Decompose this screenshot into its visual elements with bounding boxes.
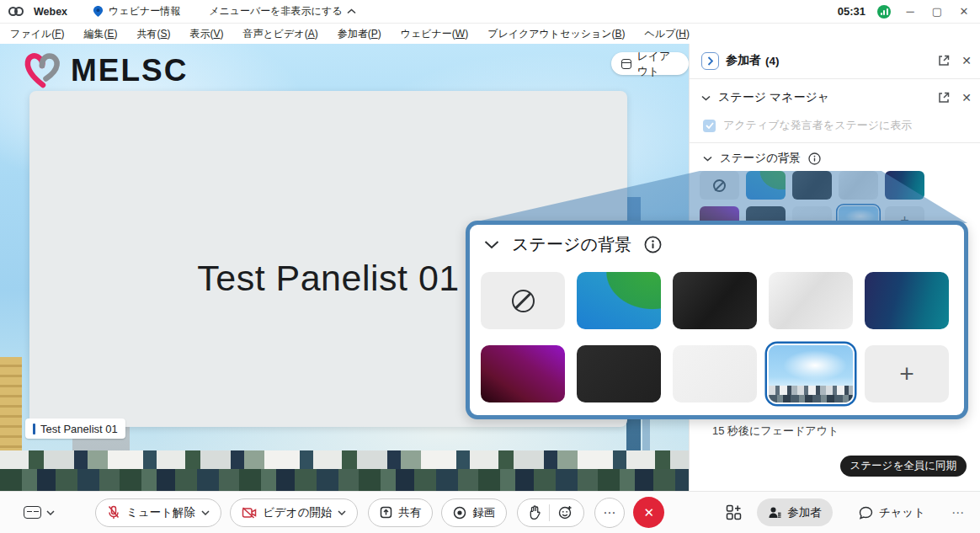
- stage-background-header: ステージの背景: [703, 150, 821, 167]
- menu-item-S[interactable]: 共有(S): [136, 27, 170, 41]
- webinar-info-button[interactable]: ウェビナー情報: [93, 4, 180, 19]
- share-screen-icon: [380, 506, 392, 519]
- speaking-indicator-bar: [33, 424, 35, 434]
- reactions-smiley-icon[interactable]: [558, 505, 573, 520]
- sync-stage-button[interactable]: ステージを全員に同期: [840, 456, 967, 477]
- background-swatch-navy-teal-gradient[interactable]: [865, 272, 949, 329]
- chevron-down-icon[interactable]: [338, 510, 346, 515]
- menu-item-F[interactable]: ファイル(F): [10, 27, 64, 41]
- melsc-heart-icon: [22, 51, 64, 91]
- active-speaker-checkbox-row[interactable]: アクティブな発言者をステージに表示: [703, 118, 912, 133]
- stage-background-popup: ステージの背景 +: [466, 221, 968, 419]
- meeting-time: 05:31: [838, 5, 865, 18]
- share-button[interactable]: 共有: [368, 498, 433, 527]
- participant-name-tag: Test Panelist 01: [25, 418, 125, 439]
- background-swatch-dark-wave[interactable]: [673, 272, 757, 329]
- city-skyline: [0, 469, 689, 491]
- background-swatch-charcoal[interactable]: [577, 345, 661, 402]
- menu-item-V[interactable]: 表示(V): [190, 27, 224, 41]
- menu-item-P[interactable]: 参加者(P): [338, 27, 381, 41]
- participants-icon: [768, 506, 781, 520]
- background-swatch-magenta-purple-gradient[interactable]: [481, 345, 565, 402]
- more-options-button[interactable]: ⋯: [594, 498, 625, 528]
- menu-item-E[interactable]: 編集(E): [83, 27, 117, 41]
- end-meeting-button[interactable]: ✕: [633, 497, 664, 528]
- popup-title: ステージの背景: [512, 233, 631, 256]
- chevron-right-icon: [707, 56, 713, 66]
- brand-logo: MELSC: [22, 51, 189, 91]
- camera-off-icon: [242, 507, 257, 519]
- start-video-button[interactable]: ビデオの開始: [230, 498, 358, 527]
- info-pin-icon: [93, 5, 104, 18]
- webex-logo-icon: [8, 7, 24, 16]
- prohibit-icon: [512, 290, 535, 312]
- plus-icon: +: [899, 361, 914, 386]
- divider: [549, 504, 550, 521]
- participants-panel-header: 参加者 (4) ✕: [701, 51, 972, 71]
- stage-background-title: ステージの背景: [720, 151, 801, 166]
- app-name: Webex: [34, 6, 67, 18]
- stage-manager-title: ステージ マネージャ: [718, 90, 829, 105]
- control-toolbar: ミュート解除 ビデオの開始 共有 録画 ⋯ ✕ 参加者 チャット ⋯: [0, 491, 980, 533]
- chevron-up-icon: [347, 8, 356, 14]
- hide-menubar-button[interactable]: メニューバーを非表示にする: [209, 4, 356, 19]
- background-swatch-silver-wave[interactable]: [769, 272, 853, 329]
- chevron-down-icon[interactable]: [701, 95, 711, 101]
- background-swatch-none[interactable]: [481, 272, 565, 329]
- chevron-down-icon[interactable]: [484, 240, 499, 249]
- unmute-button[interactable]: ミュート解除: [95, 498, 221, 527]
- brand-name: MELSC: [71, 53, 189, 88]
- collapse-panel-button[interactable]: [701, 52, 719, 70]
- active-speaker-label: アクティブな発言者をステージに表示: [723, 118, 912, 133]
- menu-item-B[interactable]: ブレイクアウトセッション(B): [487, 27, 625, 41]
- participants-count: (4): [765, 55, 780, 67]
- mic-muted-icon: [107, 505, 120, 520]
- record-icon: [453, 506, 466, 520]
- info-icon[interactable]: [644, 236, 662, 253]
- layout-grid-icon: [621, 59, 631, 69]
- menu-item-H[interactable]: ヘルプ(H): [645, 27, 690, 41]
- chat-bubble-icon: [859, 506, 873, 520]
- fade-out-note: 15 秒後にフェードアウト: [712, 424, 839, 439]
- reactions-button[interactable]: [517, 498, 584, 527]
- participants-title: 参加者: [726, 53, 761, 68]
- menu-item-A[interactable]: 音声とビデオ(A): [243, 27, 318, 41]
- participants-button[interactable]: 参加者: [757, 498, 833, 526]
- chevron-down-icon[interactable]: [703, 156, 712, 162]
- minimize-button[interactable]: ─: [903, 5, 918, 18]
- background-swatch-add[interactable]: +: [865, 345, 949, 402]
- connection-quality-icon[interactable]: [877, 5, 891, 19]
- close-panel-icon[interactable]: ✕: [961, 54, 972, 67]
- more-panels-button[interactable]: ⋯: [951, 505, 965, 520]
- chevron-down-icon[interactable]: [46, 510, 55, 515]
- maximize-button[interactable]: ▢: [929, 5, 945, 18]
- close-button[interactable]: ✕: [956, 5, 972, 18]
- checkbox-checked-icon[interactable]: [703, 120, 716, 132]
- stage-manager-header: ステージ マネージャ ✕: [701, 88, 972, 107]
- layout-button[interactable]: レイアウト: [611, 52, 689, 75]
- chat-button[interactable]: チャット: [848, 498, 936, 526]
- chevron-down-icon[interactable]: [201, 510, 210, 515]
- background-swatch-city-photo[interactable]: [769, 345, 853, 402]
- window-titlebar: Webex ウェビナー情報 メニューバーを非表示にする 05:31 ─ ▢ ✕: [0, 0, 980, 24]
- menu-item-W[interactable]: ウェビナー(W): [401, 27, 468, 41]
- pop-out-icon[interactable]: [938, 55, 950, 67]
- close-stage-manager-icon[interactable]: ✕: [961, 91, 972, 104]
- info-icon[interactable]: [808, 152, 821, 165]
- background-swatch-green-blue-gradient[interactable]: [577, 272, 661, 329]
- closed-captions-icon: [24, 506, 41, 519]
- background-swatch-grid-large: +: [481, 272, 949, 402]
- menubar: ファイル(F)編集(E)共有(S)表示(V)音声とビデオ(A)参加者(P)ウェビ…: [0, 24, 980, 44]
- apps-icon[interactable]: [726, 504, 742, 520]
- pop-out-icon[interactable]: [938, 92, 950, 104]
- raise-hand-icon[interactable]: [529, 505, 541, 520]
- captions-button[interactable]: [24, 506, 55, 519]
- popup-header: ステージの背景: [484, 233, 662, 256]
- background-swatch-off-white[interactable]: [673, 345, 757, 402]
- record-button[interactable]: 録画: [441, 498, 507, 527]
